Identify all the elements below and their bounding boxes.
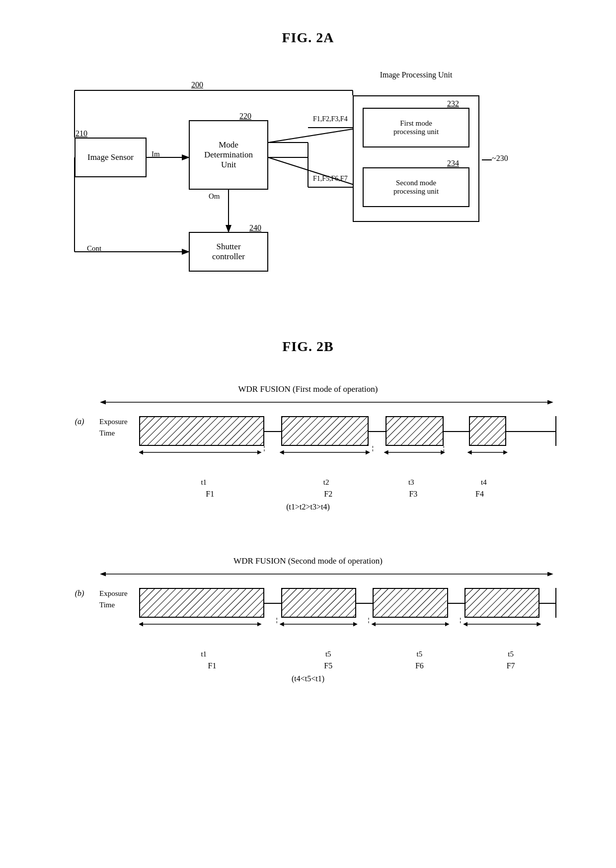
mode-determination-label: Mode Determination Unit (204, 140, 253, 170)
f7-label-b: F7 (465, 661, 556, 670)
diagram-a-label: (a) (60, 411, 99, 427)
fig2b-title: FIG. 2B (282, 339, 333, 355)
shutter-label: Shutter controller (212, 242, 245, 262)
t3-label-a: t3 (382, 478, 440, 487)
mode-determination-box: Mode Determination Unit (189, 120, 268, 190)
t4-label-a: t4 (465, 478, 502, 487)
diagram-b-letter: (b) (60, 583, 99, 599)
svg-rect-17 (140, 417, 263, 445)
diagram-b: WDR FUSION (Second mode of operation) (60, 556, 556, 698)
ref-232: 232 (447, 99, 459, 108)
f4-label-a: F4 (449, 490, 511, 499)
fig2b-section: WDR FUSION (First mode of operation) (60, 369, 556, 718)
image-sensor-label: Image Sensor (87, 152, 134, 162)
svg-line-4 (268, 128, 362, 143)
svg-rect-21 (386, 417, 443, 445)
f2-label-a: F2 (279, 490, 378, 499)
svg-rect-35 (282, 589, 355, 617)
exposure-label-a: Exposure (99, 416, 128, 428)
diagram-a-title: WDR FUSION (First mode of operation) (60, 384, 556, 394)
diagram-b-row: (b) Exposure Time (60, 583, 556, 633)
svg-line-5 (268, 157, 362, 187)
t1-label-b: t1 (142, 650, 266, 658)
svg-rect-23 (470, 417, 506, 445)
f6-label-b: F6 (374, 661, 465, 670)
shutter-box: Shutter controller (189, 232, 268, 272)
diagram-b-title: WDR FUSION (Second mode of operation) (60, 556, 556, 566)
diagram-a-row: (a) Exposure Time (60, 411, 556, 461)
ref-234: 234 (447, 159, 459, 168)
track-b (139, 583, 556, 633)
image-sensor-box: Image Sensor (75, 138, 147, 177)
t5-label-b2: t5 (382, 650, 457, 658)
svg-rect-19 (282, 417, 368, 445)
time-label-a: Time (99, 428, 115, 439)
im-label: Im (152, 150, 160, 158)
f1f2f3f4-label: F1,F2,F3,F4 (313, 115, 348, 123)
time-label-b: Time (99, 599, 115, 611)
f1f5f6f7-label: F1,F5,F6,F7 (313, 175, 348, 183)
cont-label: Cont (87, 244, 101, 253)
first-mode-label: First mode processing unit (393, 119, 439, 136)
om-label: Om (209, 192, 220, 201)
f1-label-b: F1 (142, 661, 283, 670)
diagram-a-note: (t1>t2>t3>t4) (60, 503, 556, 511)
ref-230-ext: ~230 (492, 154, 508, 163)
f5-label-b: F5 (283, 661, 374, 670)
t2-label-a: t2 (283, 478, 370, 487)
svg-rect-37 (374, 589, 447, 617)
fig2a-title: FIG. 2A (282, 30, 334, 46)
f1-label-a: F1 (142, 490, 279, 499)
second-mode-label: Second mode processing unit (393, 179, 439, 196)
diagram-b-note: (t4<t5<t1) (60, 674, 556, 683)
t5-label-b3: t5 (473, 650, 548, 658)
ref-220: 220 (239, 112, 251, 121)
fig2a-diagram: Image Processing Unit 200 Image Sensor 2… (60, 61, 556, 299)
svg-rect-39 (465, 589, 539, 617)
t5-label-b1: t5 (291, 650, 366, 658)
first-mode-box: First mode processing unit (363, 108, 469, 147)
diagram-a: WDR FUSION (First mode of operation) (60, 384, 556, 526)
t1-label-a: t1 (142, 478, 266, 487)
ipu-label: Image Processing Unit (353, 71, 479, 79)
ref-240: 240 (249, 223, 261, 232)
track-a (139, 411, 556, 461)
f3-label-a: F3 (378, 490, 449, 499)
ref-210: 210 (76, 129, 87, 138)
exposure-label-b: Exposure (99, 588, 128, 599)
second-mode-box: Second mode processing unit (363, 167, 469, 207)
ref-200: 200 (191, 80, 203, 89)
svg-rect-33 (140, 589, 263, 617)
